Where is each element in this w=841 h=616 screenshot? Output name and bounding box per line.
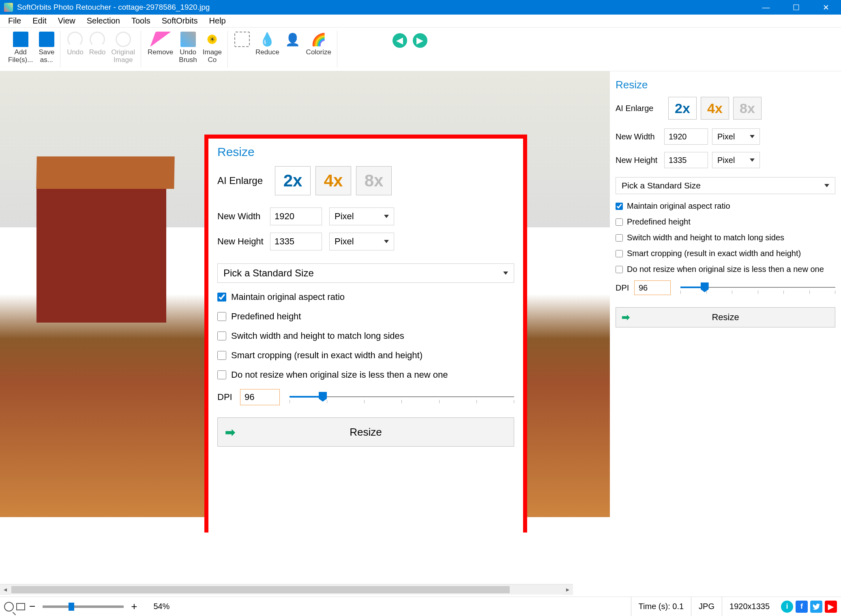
chevron-down-icon — [503, 272, 508, 275]
info-icon[interactable]: i — [781, 601, 793, 613]
original-image-button[interactable]: OriginalImage — [109, 31, 137, 67]
minimize-button[interactable]: — — [751, 0, 781, 15]
dpi-slider[interactable] — [680, 282, 835, 294]
width-unit-select[interactable]: Pixel — [329, 207, 394, 225]
close-button[interactable]: ✕ — [811, 0, 841, 15]
arrow-right-icon: ➡ — [225, 425, 235, 439]
ai-enlarge-2x-button[interactable]: 2x — [275, 166, 311, 195]
zoom-slider[interactable] — [43, 605, 124, 608]
no-resize-checkbox[interactable]: Do not resize when original size is less… — [616, 265, 835, 274]
undo-brush-button[interactable]: UndoBrush — [176, 31, 199, 67]
ai-enlarge-2x-button[interactable]: 2x — [668, 97, 697, 120]
resize-title: Resize — [217, 145, 514, 159]
scroll-left-button[interactable]: ◂ — [0, 584, 11, 595]
person-button[interactable]: 👤 — [283, 31, 303, 67]
height-unit-select[interactable]: Pixel — [712, 152, 760, 168]
status-dimensions: 1920x1335 — [722, 597, 777, 616]
youtube-icon[interactable]: ▶ — [825, 601, 837, 613]
new-width-input[interactable] — [270, 207, 322, 225]
smart-cropping-checkbox[interactable]: Smart cropping (result in exact width an… — [217, 350, 514, 361]
menubar: File Edit View Selection Tools SoftOrbit… — [0, 15, 841, 28]
smart-cropping-checkbox[interactable]: Smart cropping (result in exact width an… — [616, 249, 835, 258]
zoom-minus-button[interactable]: − — [29, 600, 35, 613]
rainbow-icon: 🌈 — [311, 32, 326, 47]
dpi-input[interactable] — [634, 280, 671, 295]
facebook-icon[interactable]: f — [796, 601, 808, 613]
save-icon — [39, 32, 54, 47]
scrollbar-thumb[interactable] — [11, 586, 510, 593]
zoom-out-icon[interactable] — [4, 602, 14, 612]
toolbar: AddFile(s)... Saveas... Undo Redo Origin… — [0, 28, 841, 71]
width-unit-select[interactable]: Pixel — [712, 128, 760, 145]
resize-button[interactable]: ➡Resize — [616, 307, 835, 327]
menu-help[interactable]: Help — [204, 15, 232, 27]
colorize-button[interactable]: 🌈Colorize — [304, 31, 334, 67]
zoom-plus-button[interactable]: + — [131, 600, 137, 613]
ai-enlarge-8x-button[interactable]: 8x — [356, 166, 392, 195]
image-correction-button[interactable]: ☀ImageCo — [200, 31, 224, 67]
ai-enlarge-label: AI Enlarge — [616, 104, 664, 113]
add-files-button[interactable]: AddFile(s)... — [6, 31, 35, 67]
horizontal-scrollbar[interactable]: ◂ ▸ — [0, 584, 573, 595]
prev-image-button[interactable]: ◀ — [393, 33, 407, 48]
undo-icon — [67, 32, 83, 47]
twitter-icon[interactable] — [810, 601, 822, 613]
predefined-height-checkbox[interactable]: Predefined height — [217, 311, 514, 322]
ai-enlarge-4x-button[interactable]: 4x — [315, 166, 351, 195]
next-image-button[interactable]: ▶ — [413, 33, 427, 48]
switch-wh-checkbox[interactable]: Switch width and height to match long si… — [616, 233, 835, 242]
height-unit-select[interactable]: Pixel — [329, 233, 394, 250]
scroll-right-button[interactable]: ▸ — [562, 584, 573, 595]
slider-thumb-icon[interactable] — [69, 603, 74, 611]
menu-file[interactable]: File — [2, 15, 27, 27]
folder-icon — [13, 32, 28, 47]
crop-button[interactable] — [232, 31, 252, 67]
fit-screen-icon[interactable] — [16, 603, 25, 610]
ai-enlarge-8x-button[interactable]: 8x — [733, 97, 762, 120]
app-logo-icon — [4, 3, 13, 12]
maintain-aspect-checkbox[interactable]: Maintain original aspect ratio — [616, 201, 835, 211]
dpi-label: DPI — [616, 283, 634, 293]
save-as-button[interactable]: Saveas... — [36, 31, 57, 67]
standard-size-select[interactable]: Pick a Standard Size — [616, 177, 835, 194]
sun-icon: ☀ — [204, 32, 220, 47]
brush-icon — [180, 32, 196, 47]
new-height-input[interactable] — [270, 233, 322, 250]
new-width-input[interactable] — [664, 128, 708, 145]
dpi-label: DPI — [217, 392, 240, 402]
dpi-slider[interactable] — [290, 391, 514, 403]
new-height-label: New Height — [616, 156, 664, 165]
status-bar: − + 54% Time (s): 0.1 JPG 1920x1335 i f … — [0, 597, 841, 616]
chevron-down-icon — [750, 158, 755, 162]
resize-panel-zoom-highlight: Resize AI Enlarge 2x 4x 8x New Width Pix… — [204, 135, 527, 533]
menu-edit[interactable]: Edit — [27, 15, 52, 27]
redo-button[interactable]: Redo — [87, 31, 108, 67]
menu-softorbits[interactable]: SoftOrbits — [156, 15, 204, 27]
new-height-input[interactable] — [664, 152, 708, 168]
remove-button[interactable]: Remove — [145, 31, 176, 67]
dpi-input[interactable] — [240, 389, 280, 405]
menu-selection[interactable]: Selection — [81, 15, 126, 27]
new-height-label: New Height — [217, 236, 270, 247]
titlebar: SoftOrbits Photo Retoucher - cottage-297… — [0, 0, 841, 15]
maintain-aspect-checkbox[interactable]: Maintain original aspect ratio — [217, 292, 514, 302]
chevron-down-icon — [384, 215, 389, 218]
undo-button[interactable]: Undo — [64, 31, 86, 67]
image-canvas[interactable]: Resize AI Enlarge 2x 4x 8x New Width Pix… — [0, 71, 610, 533]
ai-enlarge-label: AI Enlarge — [217, 175, 270, 186]
menu-view[interactable]: View — [52, 15, 81, 27]
menu-tools[interactable]: Tools — [126, 15, 156, 27]
chevron-down-icon — [750, 135, 755, 138]
status-time: Time (s): 0.1 — [631, 597, 691, 616]
arrow-right-icon: ➡ — [622, 312, 630, 323]
resize-side-panel: Resize AI Enlarge 2x 4x 8x New Width Pix… — [610, 71, 841, 533]
reduce-button[interactable]: 💧Reduce — [253, 31, 282, 67]
ai-enlarge-4x-button[interactable]: 4x — [701, 97, 729, 120]
no-resize-checkbox[interactable]: Do not resize when original size is less… — [217, 370, 514, 380]
maximize-button[interactable]: ☐ — [781, 0, 811, 15]
resize-button[interactable]: ➡Resize — [217, 417, 514, 447]
predefined-height-checkbox[interactable]: Predefined height — [616, 217, 835, 227]
titlebar-text: SoftOrbits Photo Retoucher - cottage-297… — [17, 3, 751, 12]
switch-wh-checkbox[interactable]: Switch width and height to match long si… — [217, 331, 514, 341]
standard-size-select[interactable]: Pick a Standard Size — [217, 263, 514, 283]
